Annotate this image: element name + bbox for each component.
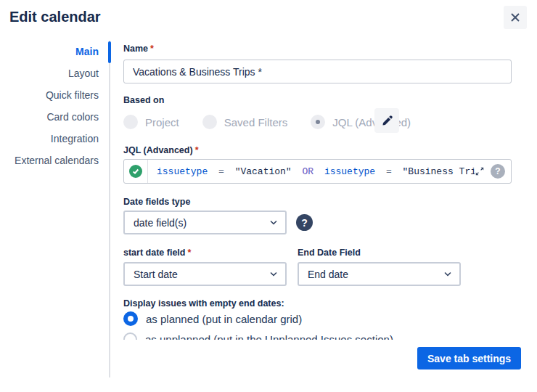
edit-based-on-button[interactable] (374, 108, 399, 133)
main-form: Name* Based on Project Saved Filters JQL… (123, 40, 512, 340)
radio-project[interactable] (123, 115, 138, 129)
name-input[interactable] (123, 60, 512, 83)
jql-expand-icon[interactable] (475, 166, 485, 176)
radio-saved-filters[interactable] (202, 115, 217, 129)
jql-valid-check-icon (129, 165, 142, 178)
based-on-label: Based on (123, 95, 164, 105)
radio-as-unplanned[interactable] (123, 332, 137, 340)
start-date-field-value: Start date (134, 269, 178, 280)
date-fields-type-select[interactable]: date field(s) (123, 211, 287, 234)
radio-row-as-unplanned: as unplanned (put in the Unplanned Issue… (123, 330, 393, 340)
radio-as-planned[interactable] (123, 311, 138, 326)
chevron-down-icon (443, 270, 452, 279)
start-date-field-label: start date field* (123, 248, 191, 258)
jql-help-icon[interactable]: ? (491, 164, 505, 179)
date-fields-type-value: date field(s) (134, 217, 186, 229)
sidebar-item-main[interactable]: Main (0, 41, 109, 62)
sidebar-item-card-colors[interactable]: Card colors (0, 106, 109, 128)
sidebar: Main Layout Quick filters Card colors In… (0, 41, 109, 171)
required-asterisk: * (195, 145, 199, 155)
jql-editor[interactable]: issuetype = "Vacation" OR issuetype = "B… (123, 159, 512, 184)
chevron-down-icon (269, 270, 278, 279)
chevron-down-icon (269, 219, 278, 227)
radio-row-as-planned: as planned (put in calendar grid) (123, 310, 302, 327)
sidebar-item-layout[interactable]: Layout (0, 62, 109, 84)
end-date-field-label: End Date Field (298, 248, 361, 258)
radio-saved-filters-label: Saved Filters (224, 116, 288, 128)
jql-query-text[interactable]: issuetype = "Vacation" OR issuetype = "B… (148, 166, 475, 177)
date-fields-type-label: Date fields type (123, 197, 190, 207)
required-asterisk: * (187, 248, 191, 258)
edit-calendar-dialog: Edit calendar Main Layout Quick filters … (0, 0, 537, 392)
end-date-field-select[interactable]: End date (298, 262, 461, 286)
end-date-field-value: End date (308, 269, 348, 280)
based-on-radio-group: Project Saved Filters JQL (Advanced) (123, 110, 411, 134)
date-fields-type-help-icon[interactable]: ? (296, 214, 313, 231)
empty-end-dates-label: Display issues with empty end dates: (123, 298, 284, 309)
sidebar-item-integration[interactable]: Integration (0, 128, 109, 150)
jql-label: JQL (Advanced)* (123, 145, 199, 155)
radio-as-planned-label: as planned (put in calendar grid) (146, 313, 302, 325)
save-tab-settings-button[interactable]: Save tab settings (417, 347, 521, 369)
jql-status (124, 160, 148, 183)
sidebar-divider (109, 41, 110, 377)
name-label: Name* (123, 44, 154, 54)
active-tab-indicator (108, 41, 111, 63)
sidebar-item-quick-filters[interactable]: Quick filters (0, 84, 109, 106)
close-button[interactable] (504, 6, 527, 29)
radio-jql-advanced[interactable] (311, 115, 325, 129)
pencil-icon (381, 115, 393, 127)
radio-as-unplanned-label: as unplanned (put in the Unplanned Issue… (145, 333, 393, 340)
start-date-field-select[interactable]: Start date (123, 262, 287, 286)
sidebar-item-external-calendars[interactable]: External calendars (0, 150, 109, 171)
radio-project-label: Project (145, 116, 179, 128)
dialog-title: Edit calendar (9, 9, 101, 25)
required-asterisk: * (150, 44, 154, 54)
close-icon (510, 12, 520, 23)
